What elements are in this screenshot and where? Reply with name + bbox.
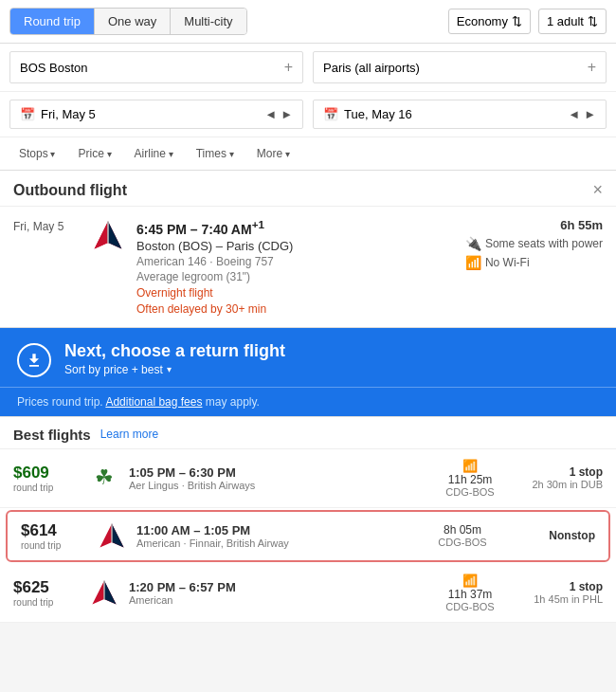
- duration-text: 6h 55m: [465, 218, 603, 232]
- delayed-warning: Often delayed by 30+ min: [136, 302, 454, 316]
- result-duration-time: 11h 25m: [432, 473, 508, 486]
- from-input[interactable]: BOS Boston +: [9, 51, 303, 83]
- return-banner: Next, choose a return flight Sort by pri…: [0, 328, 616, 387]
- right-controls: Economy ⇅ 1 adult ⇅: [448, 9, 607, 34]
- airline-logo: [91, 218, 125, 252]
- wifi-result-icon: 📶: [462, 574, 478, 588]
- filter-airline[interactable]: Airline: [125, 143, 183, 164]
- result-price-label: round trip: [13, 597, 80, 608]
- passengers-arrows: ⇅: [588, 14, 598, 28]
- return-sort[interactable]: Sort by price + best ▾: [64, 363, 285, 376]
- from-value: BOS Boston: [20, 61, 88, 75]
- one-way-button[interactable]: One way: [95, 9, 171, 34]
- result-duration-time: 11h 37m: [432, 588, 508, 601]
- svg-marker-1: [108, 222, 121, 249]
- close-button[interactable]: ×: [592, 180, 603, 200]
- result-airline-name: Aer Lingus · British Airways: [129, 480, 423, 491]
- passengers-select[interactable]: 1 adult ⇅: [538, 9, 607, 34]
- result-airline-name: American: [129, 594, 423, 606]
- depart-next-arrow[interactable]: ►: [281, 107, 293, 121]
- return-title: Next, choose a return flight: [64, 341, 285, 361]
- to-plus: +: [588, 59, 596, 76]
- cabin-label: Economy: [457, 14, 508, 28]
- result-stops-detail: 1h 45m in PHL: [517, 593, 603, 605]
- flight-details: 6:45 PM – 7:40 AM+1 Boston (BOS) – Paris…: [136, 218, 454, 316]
- result-duration-route: CDG-BOS: [425, 537, 500, 548]
- download-icon: [25, 351, 44, 370]
- bag-fees-link[interactable]: Additional bag fees: [105, 395, 202, 409]
- return-date-label: Tue, May 16: [344, 107, 412, 121]
- result-duration-route: CDG-BOS: [432, 486, 508, 498]
- to-input[interactable]: Paris (all airports) +: [313, 51, 607, 83]
- filter-more[interactable]: More: [247, 143, 299, 164]
- result-stops-detail: 2h 30m in DUB: [517, 479, 603, 490]
- result-duration-col: 📶 11h 25m CDG-BOS: [432, 459, 508, 498]
- result-price-col: $614 round trip: [21, 521, 87, 551]
- result-stops-col: Nonstop: [510, 529, 595, 542]
- flight-result-row[interactable]: $609 round trip ☘ 1:05 PM – 6:30 PM Aer …: [0, 449, 616, 508]
- filter-times[interactable]: Times: [187, 143, 244, 164]
- prices-after-link: may apply.: [206, 395, 260, 409]
- depart-date-input[interactable]: 📅 Fri, May 5 ◄ ►: [9, 100, 303, 129]
- top-bar: Round trip One way Multi-city Economy ⇅ …: [0, 0, 616, 44]
- depart-prev-arrow[interactable]: ◄: [264, 107, 277, 121]
- depart-date-arrows[interactable]: ◄ ►: [264, 107, 293, 121]
- flight-duration-col: 6h 55m 🔌 Some seats with power 📶 No Wi-F…: [465, 218, 603, 270]
- return-date-input[interactable]: 📅 Tue, May 16 ◄ ►: [313, 100, 607, 129]
- cabin-arrows: ⇅: [512, 14, 522, 28]
- return-text: Next, choose a return flight Sort by pri…: [64, 341, 285, 376]
- result-time: 1:05 PM – 6:30 PM: [129, 465, 423, 480]
- return-date-arrows[interactable]: ◄ ►: [568, 107, 596, 121]
- result-price-col: $625 round trip: [13, 578, 80, 608]
- prices-text: Prices round trip.: [17, 395, 103, 409]
- flight-result-row[interactable]: $614 round trip 11:00 AM – 1:05 PM Ameri…: [6, 510, 610, 562]
- best-flights-header: Best flights Learn more: [0, 417, 616, 449]
- trip-type-group: Round trip One way Multi-city: [9, 8, 247, 35]
- outbound-section: Outbound flight × Fri, May 5 6:45 PM – 7…: [0, 171, 616, 328]
- result-price-col: $609 round trip: [13, 464, 80, 493]
- result-airline-name: American · Finnair, British Airway: [136, 537, 415, 549]
- result-price: $625: [13, 578, 80, 597]
- legroom-info: Average legroom (31"): [136, 270, 454, 283]
- calendar-icon-depart: 📅: [20, 107, 35, 121]
- depart-date-label: Fri, May 5: [41, 107, 96, 121]
- flight-time: 6:45 PM – 7:40 AM+1: [136, 218, 454, 237]
- sort-arrow: ▾: [167, 364, 172, 374]
- learn-more-link[interactable]: Learn more: [100, 428, 158, 441]
- return-icon-circle: [17, 343, 51, 377]
- return-next-arrow[interactable]: ►: [584, 107, 596, 121]
- sort-label: Sort by price + best: [64, 363, 163, 376]
- svg-marker-5: [112, 524, 124, 548]
- overnight-warning: Overnight flight: [136, 286, 454, 300]
- result-flight-info: 1:20 PM – 6:57 PM American: [129, 580, 423, 606]
- result-stops-label: 1 stop: [517, 465, 603, 479]
- result-airline-logo: [89, 579, 119, 606]
- outbound-title: Outbound flight: [13, 182, 127, 199]
- result-flight-info: 1:05 PM – 6:30 PM Aer Lingus · British A…: [129, 465, 423, 491]
- round-trip-button[interactable]: Round trip: [10, 9, 95, 34]
- result-duration-time: 8h 05m: [425, 523, 500, 537]
- power-icon: 🔌: [465, 236, 481, 251]
- outbound-header: Outbound flight ×: [0, 171, 616, 207]
- result-stops-col: 1 stop 1h 45m in PHL: [517, 580, 603, 605]
- result-airline-logo: [97, 522, 127, 549]
- result-stops-label: 1 stop: [517, 580, 603, 593]
- amenity-power: 🔌 Some seats with power: [465, 236, 603, 251]
- return-prev-arrow[interactable]: ◄: [568, 107, 580, 121]
- wifi-icon: 📶: [465, 255, 481, 270]
- result-stops-col: 1 stop 2h 30m in DUB: [517, 465, 603, 490]
- result-flight-info: 11:00 AM – 1:05 PM American · Finnair, B…: [136, 523, 415, 549]
- date-row: 📅 Fri, May 5 ◄ ► 📅 Tue, May 16 ◄ ►: [0, 92, 616, 137]
- flight-result-row[interactable]: $625 round trip 1:20 PM – 6:57 PM Americ…: [0, 564, 616, 623]
- cabin-select[interactable]: Economy ⇅: [448, 9, 531, 34]
- flight-number: American 146 · Boeing 757: [136, 255, 454, 268]
- filter-stops[interactable]: Stops: [9, 143, 64, 164]
- result-price-label: round trip: [21, 540, 87, 551]
- best-flights: Best flights Learn more $609 round trip …: [0, 416, 616, 623]
- multi-city-button[interactable]: Multi-city: [171, 9, 245, 34]
- result-price-label: round trip: [13, 483, 80, 493]
- filter-price[interactable]: Price: [68, 143, 120, 164]
- to-value: Paris (all airports): [323, 61, 420, 75]
- svg-marker-8: [104, 581, 117, 605]
- flight-date: Fri, May 5: [13, 218, 80, 233]
